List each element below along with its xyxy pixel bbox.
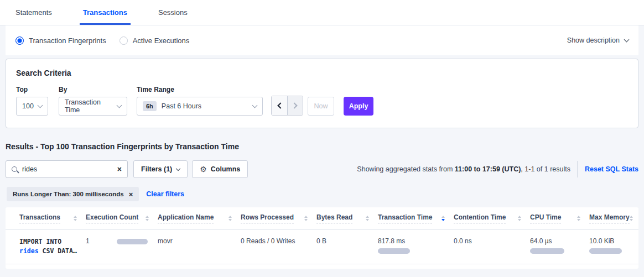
clear-search-icon[interactable]: × — [117, 165, 122, 173]
chevron-down-icon — [38, 102, 43, 108]
column-header-contention-time: Contention Time — [454, 207, 530, 229]
column-header-cpu-time: CPU Time — [530, 207, 589, 229]
search-icon — [12, 166, 17, 172]
transaction-time-bar — [378, 248, 410, 254]
chevron-down-icon — [117, 102, 122, 108]
vertical-divider — [577, 161, 578, 177]
show-description-toggle[interactable]: Show description — [567, 36, 629, 44]
tab-sessions[interactable]: Sessions — [155, 0, 191, 25]
radio-label: Transaction Fingerprints — [29, 36, 106, 45]
filter-tag-label: Runs Longer Than: 300 milliseconds — [13, 191, 124, 197]
execution-count-value: 1 — [86, 237, 90, 245]
search-box[interactable]: × — [6, 160, 128, 178]
results-section: Results - Top 100 Transaction Fingerprin… — [6, 142, 638, 269]
sort-icon[interactable] — [577, 216, 580, 221]
cell-rows-processed: 0 Reads / 0 Writes — [241, 229, 316, 264]
sort-icon[interactable] — [442, 216, 445, 221]
bytes-read-value: 0 B — [316, 237, 326, 245]
table-header-row: Transactions Execution Count Application… — [6, 207, 638, 229]
columns-button[interactable]: ⚙ Columns — [192, 160, 248, 178]
cell-contention-time: 0.0 ns — [454, 229, 530, 264]
view-toggle-bar: Transaction Fingerprints Active Executio… — [6, 25, 638, 55]
cpu-time-value: 64.0 µs — [530, 237, 589, 245]
show-description-label: Show description — [567, 36, 620, 44]
sort-icon[interactable] — [74, 216, 77, 221]
column-header-transaction-time: Transaction Time — [378, 207, 454, 229]
column-header-max-memory: Max Memory — [589, 207, 638, 229]
filters-button[interactable]: Filters (1) — [133, 160, 188, 178]
column-header-bytes-read: Bytes Read — [316, 207, 378, 229]
clear-filters-link[interactable]: Clear filters — [146, 190, 184, 198]
next-time-button[interactable] — [287, 96, 303, 115]
cell-cpu-time: 64.0 µs — [530, 229, 589, 264]
chevron-left-icon — [277, 102, 283, 108]
sort-icon[interactable] — [518, 216, 521, 221]
chevron-right-icon — [291, 102, 297, 108]
column-header-application-name: Application Name — [158, 207, 241, 229]
radio-unselected-icon[interactable] — [120, 36, 128, 45]
column-header-execution-count: Execution Count — [86, 207, 158, 229]
by-select[interactable]: Transaction Time — [59, 97, 127, 116]
time-range-label: Time Range — [137, 86, 271, 93]
chevron-down-icon — [176, 166, 180, 170]
top-select[interactable]: 100 — [16, 97, 48, 116]
sort-icon[interactable] — [366, 216, 369, 221]
filter-tag[interactable]: Runs Longer Than: 300 milliseconds × — [7, 187, 139, 201]
page-tabbar: Statements Transactions Sessions — [0, 0, 644, 25]
sort-icon[interactable] — [228, 216, 232, 221]
top-select-value: 100 — [22, 102, 34, 110]
chevron-down-icon — [252, 102, 258, 108]
sort-icon[interactable] — [304, 216, 308, 221]
gear-icon: ⚙ — [200, 165, 207, 174]
now-button[interactable]: Now — [308, 97, 334, 116]
application-name-value: movr — [158, 237, 173, 245]
cell-bytes-read: 0 B — [316, 229, 378, 264]
aggregated-stats-text: Showing aggregated stats from 11:00 to 1… — [357, 165, 570, 173]
transactions-table: Transactions Execution Count Application… — [6, 207, 638, 264]
max-memory-value: 10.0 KiB — [589, 237, 638, 245]
tab-statements[interactable]: Statements — [12, 0, 55, 25]
previous-time-button[interactable] — [272, 96, 287, 115]
results-table-card: Transactions Execution Count Application… — [6, 207, 638, 269]
sort-icon[interactable] — [146, 216, 149, 221]
reset-sql-stats-link[interactable]: Reset SQL Stats — [585, 165, 638, 173]
cell-execution-count: 1 — [86, 229, 158, 264]
remove-filter-icon[interactable]: × — [129, 190, 133, 198]
apply-button[interactable]: Apply — [344, 97, 373, 116]
contention-time-value: 0.0 ns — [454, 237, 472, 245]
top-label: Top — [16, 86, 59, 93]
transaction-time-value: 817.8 ms — [378, 237, 454, 245]
time-range-select[interactable]: 6h Past 6 Hours — [137, 97, 263, 116]
search-criteria-title: Search Criteria — [16, 69, 628, 77]
chevron-down-icon — [624, 36, 630, 42]
max-memory-bar — [589, 248, 622, 254]
statement-line-1: IMPORT INTO — [19, 237, 86, 247]
radio-transaction-fingerprints[interactable]: Transaction Fingerprints — [15, 36, 106, 45]
search-input[interactable] — [22, 165, 117, 173]
statement-line-2: rides CSV DATA… — [19, 247, 86, 256]
radio-selected-icon[interactable] — [15, 36, 24, 45]
search-match-highlight: rides — [19, 247, 39, 255]
cell-transaction-fingerprint[interactable]: IMPORT INTO rides CSV DATA… — [6, 229, 86, 264]
by-label: By — [59, 86, 137, 93]
time-range-value: Past 6 Hours — [162, 102, 201, 110]
sort-icon[interactable] — [630, 216, 633, 221]
column-header-transactions: Transactions — [6, 207, 86, 229]
by-select-value: Transaction Time — [65, 98, 117, 114]
cell-application-name: movr — [158, 229, 241, 264]
table-row[interactable]: IMPORT INTO rides CSV DATA… 1 movr 0 Rea… — [6, 229, 638, 264]
cell-transaction-time: 817.8 ms — [378, 229, 454, 264]
execution-count-bar — [117, 239, 148, 244]
time-shift-group — [271, 96, 303, 116]
search-criteria-card: Search Criteria Top 100 By Transaction T… — [6, 59, 638, 128]
radio-label: Active Executions — [133, 36, 190, 45]
time-range-badge: 6h — [143, 101, 157, 111]
results-toolbar: × Filters (1) ⚙ Columns Showing aggregat… — [6, 160, 638, 178]
cpu-time-bar — [530, 248, 564, 254]
filters-button-label: Filters (1) — [141, 165, 172, 173]
tab-transactions[interactable]: Transactions — [80, 0, 131, 25]
results-heading: Results - Top 100 Transaction Fingerprin… — [6, 142, 638, 151]
rows-processed-value: 0 Reads / 0 Writes — [241, 237, 295, 245]
active-filters-row: Runs Longer Than: 300 milliseconds × Cle… — [6, 187, 638, 201]
radio-active-executions[interactable]: Active Executions — [120, 36, 190, 45]
